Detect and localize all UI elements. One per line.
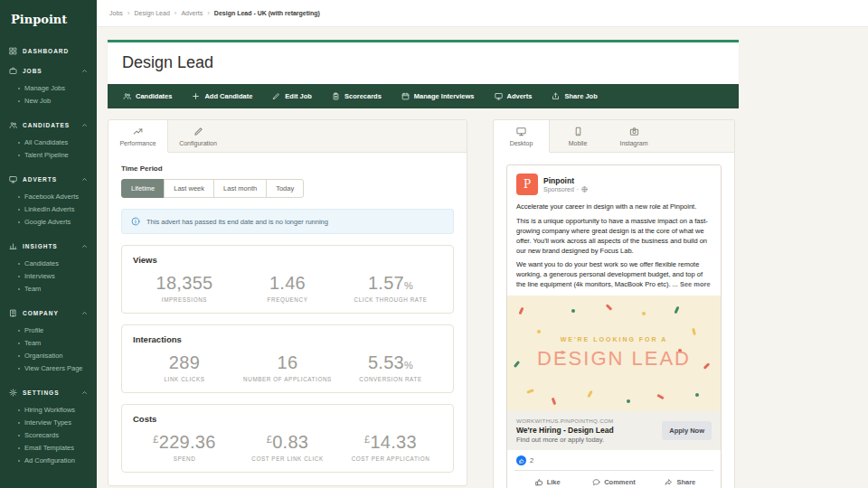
ad-headline[interactable]: We're Hiring - Design Lead — [516, 426, 655, 435]
tab-desktop[interactable]: Desktop — [494, 120, 550, 152]
ad-paragraph: We want you to do your best work so we o… — [516, 260, 712, 290]
ad-image-eyebrow: WE'RE LOOKING FOR A — [561, 336, 668, 343]
action-label: Like — [547, 478, 561, 486]
sidebar-item-dashboard[interactable]: DASHBOARD — [0, 41, 97, 61]
sidebar-item-talent-pipeline[interactable]: Talent Pipeline — [0, 149, 97, 162]
advert-ended-alert: This advert has passed its end date and … — [121, 209, 454, 234]
button-label: Edit Job — [285, 92, 312, 100]
manage-interviews-button[interactable]: Manage Interviews — [392, 84, 485, 108]
facebook-ad-preview: P Pinpoint Sponsored · — [506, 164, 722, 488]
sidebar-section-label: JOBS — [23, 68, 42, 74]
sidebar-item-all-candidates[interactable]: All Candidates — [0, 136, 97, 149]
app-logo: Pinpoint — [0, 9, 97, 26]
chart-icon — [9, 242, 17, 250]
ad-link-domain: WORKWITHUS.PINPOINTHQ.COM — [516, 418, 655, 424]
sidebar-item-jobs[interactable]: JOBS — [0, 61, 97, 80]
sidebar-section-candidates: CANDIDATES All Candidates Talent Pipelin… — [0, 115, 97, 169]
breadcrumb-jobs[interactable]: Jobs — [109, 10, 123, 16]
sidebar-item-insights-interviews[interactable]: Interviews — [0, 270, 97, 283]
stat-number-of-applications: 16 NUMBER OF APPLICATIONS — [236, 352, 339, 382]
share-job-button[interactable]: Share Job — [542, 84, 607, 108]
edit-job-button[interactable]: Edit Job — [262, 84, 322, 108]
tab-configuration[interactable]: Configuration — [168, 120, 228, 152]
action-label: Share — [676, 478, 695, 486]
stat-group-views: Views 18,355 IMPRESSIONS 1.46 FREQUENCY — [121, 245, 454, 314]
stat-cost-per-link-click: £0.83 COST PER LINK CLICK — [236, 432, 339, 462]
chevron-up-icon[interactable] — [81, 122, 88, 128]
button-label: Scorecards — [344, 92, 382, 100]
scorecards-button[interactable]: Scorecards — [322, 84, 392, 108]
performance-tabbar: Performance Configuration — [108, 120, 467, 153]
breadcrumb-separator: › — [175, 10, 177, 17]
add-candidate-button[interactable]: Add Candidate — [182, 84, 262, 108]
smartphone-icon — [573, 127, 583, 136]
chevron-up-icon[interactable] — [81, 176, 88, 183]
time-period-last-month[interactable]: Last month — [213, 179, 267, 198]
tab-label: Instagram — [619, 140, 647, 146]
sidebar-item-hiring-workflows[interactable]: Hiring Workflows — [0, 404, 97, 417]
sidebar-item-insights-team[interactable]: Team — [0, 283, 97, 296]
sidebar-item-organisation[interactable]: Organisation — [0, 350, 97, 362]
info-icon — [131, 217, 140, 226]
tab-instagram[interactable]: Instagram — [606, 120, 662, 152]
sidebar-item-settings[interactable]: SETTINGS — [0, 382, 97, 402]
breadcrumb-separator: › — [207, 10, 210, 17]
sidebar-item-view-careers-page[interactable]: View Careers Page — [0, 362, 97, 375]
adverts-button[interactable]: Adverts — [485, 84, 542, 108]
sidebar-item-profile[interactable]: Profile — [0, 324, 97, 337]
sidebar-section-dashboard: DASHBOARD — [0, 41, 97, 61]
see-more-link[interactable]: See more — [680, 280, 711, 288]
stat-conversion-rate: 5.53% CONVERSION RATE — [339, 352, 442, 382]
building-icon — [9, 309, 17, 317]
candidates-button[interactable]: Candidates — [113, 84, 182, 108]
sidebar-item-insights[interactable]: INSIGHTS — [0, 236, 97, 256]
reaction-count: 2 — [530, 456, 533, 465]
calendar-icon — [401, 92, 410, 100]
sidebar-item-manage-jobs[interactable]: Manage Jobs — [0, 82, 97, 95]
breadcrumb-adverts[interactable]: Adverts — [181, 10, 203, 16]
breadcrumb-design-lead[interactable]: Design Lead — [134, 10, 169, 16]
tab-label: Mobile — [569, 140, 588, 146]
sidebar-item-email-templates[interactable]: Email Templates — [0, 442, 97, 455]
time-period-lifetime[interactable]: Lifetime — [121, 179, 165, 198]
tab-label: Configuration — [179, 140, 217, 146]
time-period-last-week[interactable]: Last week — [164, 179, 214, 198]
like-button[interactable]: Like — [514, 473, 580, 488]
time-period-today[interactable]: Today — [266, 179, 304, 198]
button-label: Add Candidate — [204, 92, 252, 100]
sidebar-item-google-adverts[interactable]: Google Adverts — [0, 216, 97, 229]
sidebar-item-company[interactable]: COMPANY — [0, 303, 97, 323]
sidebar-item-scorecards[interactable]: Scorecards — [0, 429, 97, 442]
pencil-icon — [272, 92, 280, 100]
performance-panel: Performance Configuration Time Period Li… — [108, 119, 467, 486]
chevron-up-icon[interactable] — [81, 68, 88, 74]
sidebar-item-company-team[interactable]: Team — [0, 337, 97, 350]
share-button[interactable]: Share — [647, 473, 713, 488]
comment-button[interactable]: Comment — [580, 473, 646, 488]
sidebar-section-label: ADVERTS — [23, 176, 57, 183]
button-label: Candidates — [136, 92, 172, 100]
sidebar-item-interview-types[interactable]: Interview Types — [0, 417, 97, 429]
chevron-up-icon[interactable] — [81, 243, 88, 249]
sidebar-section-company: COMPANY Profile Team Organisation View C… — [0, 303, 97, 382]
sidebar-item-adverts[interactable]: ADVERTS — [0, 169, 97, 189]
top-bar: Jobs › Design Lead › Adverts › Design Le… — [97, 0, 868, 27]
sidebar-item-linkedin-adverts[interactable]: LinkedIn Adverts — [0, 203, 97, 216]
chevron-up-icon[interactable] — [81, 310, 88, 316]
tab-mobile[interactable]: Mobile — [550, 120, 606, 152]
sidebar-item-facebook-adverts[interactable]: Facebook Adverts — [0, 191, 97, 203]
advertiser-name[interactable]: Pinpoint — [543, 176, 588, 185]
apply-now-button[interactable]: Apply Now — [662, 421, 712, 440]
sidebar-item-new-job[interactable]: New Job — [0, 95, 97, 108]
chevron-up-icon[interactable] — [81, 389, 88, 396]
button-label: Adverts — [507, 92, 533, 100]
sidebar-item-ad-configuration[interactable]: Ad Configuration — [0, 455, 97, 467]
sidebar-item-candidates[interactable]: CANDIDATES — [0, 115, 97, 135]
sidebar-item-insights-candidates[interactable]: Candidates — [0, 258, 97, 270]
sidebar-subitems: Candidates Interviews Team — [0, 256, 97, 303]
briefcase-icon — [9, 67, 17, 75]
job-toolbar: Candidates Add Candidate Edit Job Scorec… — [108, 84, 739, 108]
sidebar-section-jobs: JOBS Manage Jobs New Job — [0, 61, 97, 115]
ad-image-title: DESIGN LEAD — [537, 347, 691, 371]
tab-performance[interactable]: Performance — [108, 120, 168, 152]
